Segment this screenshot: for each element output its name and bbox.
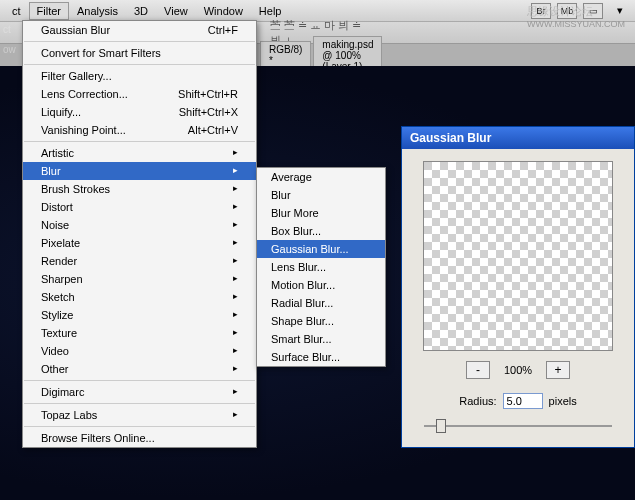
- mi-digimarc[interactable]: Digimarc: [23, 383, 256, 401]
- mi-render[interactable]: Render: [23, 252, 256, 270]
- separator: [24, 426, 255, 427]
- zoom-level: 100%: [504, 364, 532, 376]
- menu-filter[interactable]: Filter: [29, 2, 69, 20]
- watermark-text: 思缘设计论坛: [527, 5, 593, 17]
- mi-filter-gallery[interactable]: Filter Gallery...: [23, 67, 256, 85]
- separator: [24, 141, 255, 142]
- mi-blur[interactable]: Blur: [23, 162, 256, 180]
- radius-slider[interactable]: [424, 417, 612, 435]
- separator: [24, 380, 255, 381]
- dialog-titlebar[interactable]: Gaussian Blur: [402, 127, 634, 149]
- mi-liquify[interactable]: Liquify...Shift+Ctrl+X: [23, 103, 256, 121]
- radius-label: Radius:: [459, 395, 496, 407]
- smi-surface-blur[interactable]: Surface Blur...: [257, 348, 385, 366]
- separator: [24, 403, 255, 404]
- radius-input[interactable]: [503, 393, 543, 409]
- mi-artistic[interactable]: Artistic: [23, 144, 256, 162]
- separator: [24, 64, 255, 65]
- mi-other[interactable]: Other: [23, 360, 256, 378]
- smi-lens-blur[interactable]: Lens Blur...: [257, 258, 385, 276]
- mi-brush-strokes[interactable]: Brush Strokes: [23, 180, 256, 198]
- watermark-url: WWW.MISSYUAN.COM: [527, 19, 625, 29]
- mi-noise[interactable]: Noise: [23, 216, 256, 234]
- separator: [24, 41, 255, 42]
- zoom-out-button[interactable]: -: [466, 361, 490, 379]
- smi-shape-blur[interactable]: Shape Blur...: [257, 312, 385, 330]
- mi-stylize[interactable]: Stylize: [23, 306, 256, 324]
- smi-box-blur[interactable]: Box Blur...: [257, 222, 385, 240]
- watermark: 思缘设计论坛 WWW.MISSYUAN.COM: [527, 4, 625, 29]
- zoom-in-button[interactable]: +: [546, 361, 570, 379]
- mi-lens-correction[interactable]: Lens Correction...Shift+Ctrl+R: [23, 85, 256, 103]
- menu-window[interactable]: Window: [196, 2, 251, 20]
- mi-sharpen[interactable]: Sharpen: [23, 270, 256, 288]
- mi-last-filter[interactable]: Gaussian BlurCtrl+F: [23, 21, 256, 39]
- mi-sketch[interactable]: Sketch: [23, 288, 256, 306]
- mi-topaz[interactable]: Topaz Labs: [23, 406, 256, 424]
- smi-blur[interactable]: Blur: [257, 186, 385, 204]
- gaussian-blur-dialog: Gaussian Blur - 100% + Radius: pixels: [401, 126, 635, 448]
- mi-browse-online[interactable]: Browse Filters Online...: [23, 429, 256, 447]
- smi-radial-blur[interactable]: Radial Blur...: [257, 294, 385, 312]
- smi-smart-blur[interactable]: Smart Blur...: [257, 330, 385, 348]
- radius-unit: pixels: [549, 395, 577, 407]
- tab-doc1[interactable]: RGB/8) *: [260, 41, 311, 69]
- mi-convert-smart[interactable]: Convert for Smart Filters: [23, 44, 256, 62]
- mi-vanishing-point[interactable]: Vanishing Point...Alt+Ctrl+V: [23, 121, 256, 139]
- menu-view[interactable]: View: [156, 2, 196, 20]
- slider-thumb[interactable]: [436, 419, 446, 433]
- mi-texture[interactable]: Texture: [23, 324, 256, 342]
- mi-pixelate[interactable]: Pixelate: [23, 234, 256, 252]
- menu-ct[interactable]: ct: [4, 2, 29, 20]
- blur-submenu: Average Blur Blur More Box Blur... Gauss…: [256, 167, 386, 367]
- menu-3d[interactable]: 3D: [126, 2, 156, 20]
- smi-blur-more[interactable]: Blur More: [257, 204, 385, 222]
- smi-motion-blur[interactable]: Motion Blur...: [257, 276, 385, 294]
- smi-gaussian-blur[interactable]: Gaussian Blur...: [257, 240, 385, 258]
- side-ct: ct: [3, 24, 11, 35]
- preview-area[interactable]: [423, 161, 613, 351]
- smi-average[interactable]: Average: [257, 168, 385, 186]
- filter-menu: Gaussian BlurCtrl+F Convert for Smart Fi…: [22, 20, 257, 448]
- mi-video[interactable]: Video: [23, 342, 256, 360]
- side-ow: ow: [3, 44, 16, 55]
- menu-analysis[interactable]: Analysis: [69, 2, 126, 20]
- mi-distort[interactable]: Distort: [23, 198, 256, 216]
- slider-track: [424, 425, 612, 427]
